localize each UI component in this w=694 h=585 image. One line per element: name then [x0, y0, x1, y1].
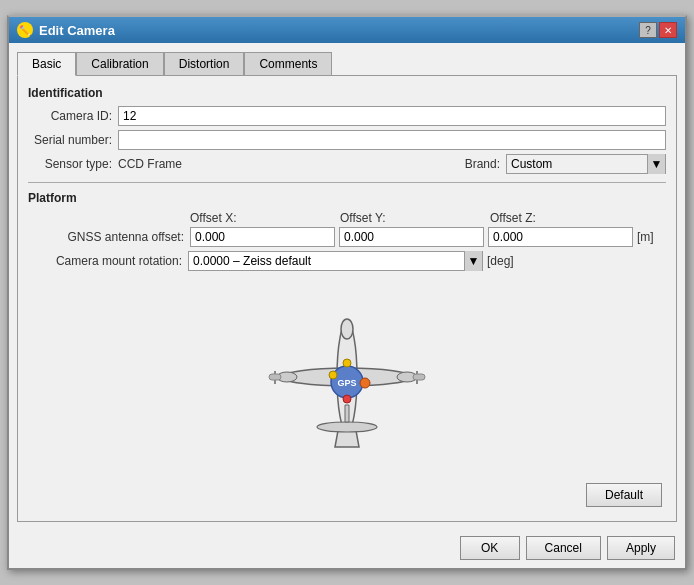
default-btn-container: Default	[28, 483, 666, 507]
camera-id-row: Camera ID:	[28, 106, 666, 126]
ok-button[interactable]: OK	[460, 536, 520, 560]
tab-calibration[interactable]: Calibration	[76, 52, 163, 76]
title-buttons: ? ✕	[639, 22, 677, 38]
offset-x-header: Offset X:	[190, 211, 340, 225]
mount-select-value: 0.0000 – Zeiss default	[189, 254, 464, 268]
apply-button[interactable]: Apply	[607, 536, 675, 560]
title-bar: ✏️ Edit Camera ? ✕	[9, 17, 685, 43]
tab-comments[interactable]: Comments	[244, 52, 332, 76]
plane-container: GPS	[28, 287, 666, 467]
svg-point-11	[329, 371, 337, 379]
svg-point-1	[341, 319, 353, 339]
mount-rotation-label: Camera mount rotation:	[28, 254, 188, 268]
main-window: ✏️ Edit Camera ? ✕ Basic Calibration Dis…	[7, 15, 687, 570]
svg-rect-17	[413, 374, 425, 380]
camera-id-label: Camera ID:	[28, 109, 118, 123]
close-button[interactable]: ✕	[659, 22, 677, 38]
brand-dropdown-button[interactable]: ▼	[647, 154, 665, 174]
footer-right: OK Cancel Apply	[460, 536, 675, 560]
svg-point-12	[343, 395, 351, 403]
plane-illustration: GPS	[247, 287, 447, 467]
gnss-label: GNSS antenna offset:	[28, 230, 190, 244]
camera-id-input[interactable]	[118, 106, 666, 126]
platform-label: Platform	[28, 191, 666, 205]
divider-1	[28, 182, 666, 183]
platform-section: Platform Offset X: Offset Y: Offset Z: G…	[28, 191, 666, 271]
serial-number-row: Serial number:	[28, 130, 666, 150]
svg-point-13	[360, 378, 370, 388]
gnss-y-input[interactable]	[339, 227, 484, 247]
offset-y-header: Offset Y:	[340, 211, 490, 225]
identification-label: Identification	[28, 86, 666, 100]
window-icon: ✏️	[17, 22, 33, 38]
tab-content: Identification Camera ID: Serial number:…	[17, 75, 677, 522]
svg-text:GPS: GPS	[337, 378, 356, 388]
sensor-type-row: Sensor type: CCD Frame Brand: Custom ▼	[28, 154, 666, 174]
svg-rect-16	[269, 374, 281, 380]
offset-z-header: Offset Z:	[490, 211, 640, 225]
window-title: Edit Camera	[39, 23, 115, 38]
offset-headers: Offset X: Offset Y: Offset Z:	[28, 211, 666, 225]
mount-select-container: 0.0000 – Zeiss default ▼	[188, 251, 483, 271]
serial-number-input[interactable]	[118, 130, 666, 150]
tab-distortion[interactable]: Distortion	[164, 52, 245, 76]
serial-number-label: Serial number:	[28, 133, 118, 147]
gnss-row: GNSS antenna offset: [m]	[28, 227, 666, 247]
tab-basic[interactable]: Basic	[17, 52, 76, 76]
footer: OK Cancel Apply	[9, 530, 685, 568]
sensor-type-label: Sensor type:	[28, 157, 118, 171]
brand-group: Brand: Custom ▼	[465, 154, 666, 174]
brand-select-value: Custom	[507, 157, 647, 171]
svg-point-6	[317, 422, 377, 432]
tabs: Basic Calibration Distortion Comments	[17, 51, 677, 75]
svg-marker-7	[345, 405, 349, 422]
default-button[interactable]: Default	[586, 483, 662, 507]
sensor-type-value: CCD Frame	[118, 157, 445, 171]
help-button[interactable]: ?	[639, 22, 657, 38]
brand-label: Brand:	[465, 157, 500, 171]
content: Basic Calibration Distortion Comments Id…	[9, 43, 685, 530]
unit-deg-label: [deg]	[487, 254, 514, 268]
mount-dropdown-button[interactable]: ▼	[464, 251, 482, 271]
title-bar-left: ✏️ Edit Camera	[17, 22, 115, 38]
brand-select-container: Custom ▼	[506, 154, 666, 174]
cancel-button[interactable]: Cancel	[526, 536, 601, 560]
svg-point-10	[343, 359, 351, 367]
mount-rotation-row: Camera mount rotation: 0.0000 – Zeiss de…	[28, 251, 666, 271]
gnss-z-input[interactable]	[488, 227, 633, 247]
gnss-x-input[interactable]	[190, 227, 335, 247]
identification-section: Identification Camera ID: Serial number:…	[28, 86, 666, 174]
unit-m-label: [m]	[637, 230, 654, 244]
